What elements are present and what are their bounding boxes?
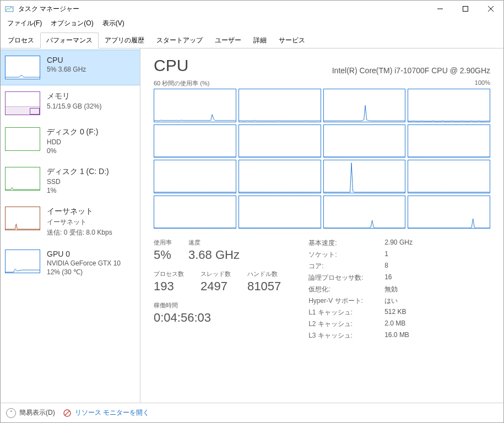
thumb-memory [5,91,40,115]
minimize-button[interactable] [427,1,453,17]
uptime-value: 0:04:56:03 [154,311,211,325]
cpu-core-cell-7 [408,124,490,158]
l3-value: 16.0 MB [384,331,413,340]
page-title: CPU [154,56,188,75]
processes-label: プロセス数 [154,270,184,278]
l1-value: 512 KB [384,308,413,317]
close-button[interactable] [478,1,503,17]
utilization-value: 5% [154,248,172,262]
resource-monitor-icon [63,409,72,417]
speed-value: 3.68 GHz [188,248,240,262]
sidebar-disk1-title: ディスク 1 (C: D:) [47,167,109,177]
utilization-label: 使用率 [154,238,172,247]
cpu-core-cell-10 [323,160,406,193]
base-speed-label: 基本速度: [308,238,380,248]
svg-line-6 [65,411,69,415]
sidebar-item-disk0[interactable]: ディスク 0 (F:) HDD 0% [1,121,140,161]
resource-monitor-label: リソース モニターを開く [75,408,149,417]
sidebar-disk1-sub1: SSD [47,178,109,186]
tab-startup[interactable]: スタートアップ [150,32,209,48]
sockets-label: ソケット: [308,250,380,259]
processes-value: 193 [154,279,184,294]
menu-file[interactable]: ファイル(F) [3,18,46,29]
sidebar-eth-title: イーサネット [47,207,112,216]
sidebar-gpu-sub1: NVIDIA GeForce GTX 10 [47,259,121,267]
tab-details[interactable]: 詳細 [247,32,273,48]
thumb-gpu0 [5,250,40,273]
fewer-details-button[interactable]: ˄ 簡易表示(D) [6,408,55,418]
tab-performance[interactable]: パフォーマンス [40,32,99,48]
cpu-core-cell-8 [154,160,236,193]
cpu-core-cell-14 [323,196,406,229]
base-speed-value: 2.90 GHz [384,238,413,248]
tab-app-history[interactable]: アプリの履歴 [99,32,150,48]
sidebar-memory-sub: 5.1/15.9 GB (32%) [47,102,101,110]
menubar: ファイル(F) オプション(O) 表示(V) [1,17,503,29]
threads-value: 2497 [200,279,231,294]
cpu-core-cell-13 [239,196,321,229]
sidebar-item-disk1[interactable]: ディスク 1 (C: D:) SSD 1% [1,161,140,200]
handles-label: ハンドル数 [247,270,281,278]
resource-monitor-link[interactable]: リソース モニターを開く [63,408,149,417]
logical-value: 16 [384,273,413,283]
cpu-core-cell-4 [154,124,236,158]
threads-label: スレッド数 [200,270,231,278]
sidebar-cpu-sub: 5% 3.68 GHz [47,66,86,73]
cpu-core-cell-12 [154,196,236,229]
uptime-label: 稼働時間 [154,301,211,310]
app-icon [5,4,14,13]
cores-label: コア: [308,262,380,271]
chart-label-left: 60 秒間の使用率 (%) [154,79,209,88]
cpu-chart-grid[interactable] [154,89,490,229]
cores-value: 8 [384,262,413,271]
sidebar-item-gpu0[interactable]: GPU 0 NVIDIA GeForce GTX 10 12% (30 ℃) [1,243,140,282]
thumb-disk1 [5,167,40,191]
sidebar-eth-sub1: イーサネット [47,218,112,227]
chevron-up-icon: ˄ [6,408,16,418]
hyperv-label: Hyper-V サポート: [308,296,380,306]
content-area: CPU 5% 3.68 GHz メモリ 5.1/15.9 GB (32%) ディ… [1,48,503,403]
logical-label: 論理プロセッサ数: [308,273,380,283]
sidebar: CPU 5% 3.68 GHz メモリ 5.1/15.9 GB (32%) ディ… [1,48,140,403]
titlebar[interactable]: タスク マネージャー [1,1,503,17]
fewer-details-label: 簡易表示(D) [19,408,55,417]
sidebar-item-memory[interactable]: メモリ 5.1/15.9 GB (32%) [1,85,140,121]
sidebar-item-cpu[interactable]: CPU 5% 3.68 GHz [1,50,140,85]
sidebar-gpu-title: GPU 0 [47,250,121,258]
l3-label: L3 キャッシュ: [308,331,380,340]
cpu-core-cell-3 [408,89,490,122]
maximize-button[interactable] [453,1,478,17]
tab-services[interactable]: サービス [273,32,311,48]
cpu-core-cell-6 [323,124,406,158]
cpu-core-cell-5 [239,124,321,158]
cpu-core-cell-2 [323,89,406,122]
bottom-bar: ˄ 簡易表示(D) リソース モニターを開く [1,403,503,422]
cpu-core-cell-0 [154,89,236,122]
tab-processes[interactable]: プロセス [2,32,40,48]
sockets-value: 1 [384,250,413,259]
handles-value: 81057 [247,279,281,294]
thumb-ethernet [5,207,40,230]
cpu-model: Intel(R) Core(TM) i7-10700F CPU @ 2.90GH… [332,66,490,75]
l2-value: 2.0 MB [384,319,413,329]
menu-options[interactable]: オプション(O) [46,18,97,29]
menu-view[interactable]: 表示(V) [98,18,129,29]
stats-area: 使用率 5% 速度 3.68 GHz プロセス数 193 スレッド数 [154,238,490,340]
sidebar-item-ethernet[interactable]: イーサネット イーサネット 送信: 0 受信: 8.0 Kbps [1,200,140,243]
cpu-core-cell-15 [408,196,490,229]
tab-users[interactable]: ユーザー [209,32,247,48]
speed-label: 速度 [188,238,240,247]
hyperv-value: はい [384,296,413,306]
cpu-core-cell-9 [239,160,321,193]
tabs: プロセス パフォーマンス アプリの履歴 スタートアップ ユーザー 詳細 サービス [1,29,503,48]
sidebar-eth-sub2: 送信: 0 受信: 8.0 Kbps [47,228,112,237]
sidebar-cpu-title: CPU [47,56,86,64]
cpu-details: 基本速度:2.90 GHz ソケット:1 コア:8 論理プロセッサ数:16 仮想… [308,238,413,340]
thumb-disk0 [5,127,40,151]
l2-label: L2 キャッシュ: [308,319,380,329]
sidebar-disk0-sub1: HDD [47,138,98,146]
sidebar-disk0-sub2: 0% [47,147,98,155]
window-title: タスク マネージャー [18,4,427,14]
svg-rect-2 [463,7,468,12]
sidebar-disk1-sub2: 1% [47,187,109,194]
